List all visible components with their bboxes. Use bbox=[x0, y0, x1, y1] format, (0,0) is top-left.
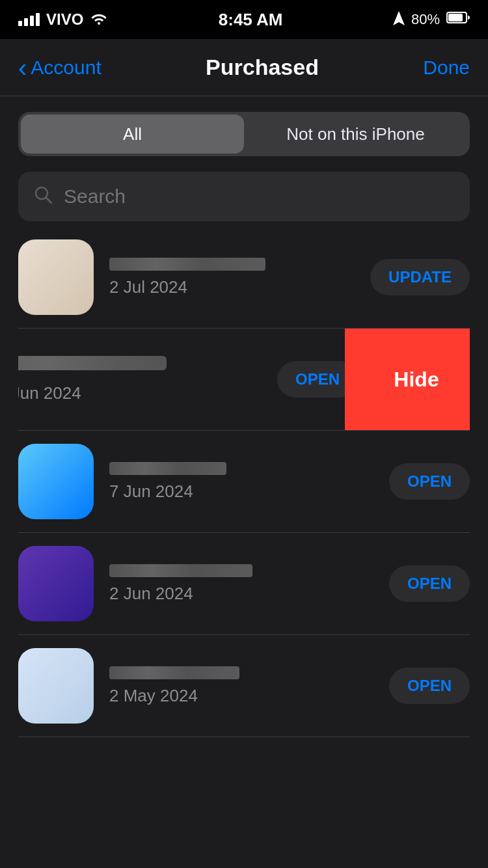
app-info-3: 7 Jun 2024 bbox=[109, 462, 373, 502]
signal-icon bbox=[18, 13, 40, 26]
app-date-4: 2 Jun 2024 bbox=[109, 584, 373, 604]
wifi-icon bbox=[90, 12, 108, 28]
nav-bar: ‹ Account Purchased Done bbox=[0, 39, 488, 96]
app-name-blur-5 bbox=[109, 666, 239, 679]
list-item: 2 Jul 2024 UPDATE bbox=[18, 226, 470, 329]
svg-line-3 bbox=[46, 198, 51, 203]
app-info-1: 2 Jul 2024 bbox=[109, 258, 355, 297]
search-icon bbox=[34, 185, 53, 208]
status-right: 80% bbox=[393, 11, 470, 29]
status-bar: VIVO 8:45 AM 80% bbox=[0, 0, 488, 39]
app-name-blur-2 bbox=[18, 356, 167, 370]
hide-label: Hide bbox=[394, 368, 439, 392]
location-icon bbox=[393, 11, 405, 29]
app-info-4: 2 Jun 2024 bbox=[109, 564, 373, 604]
main-content: All Not on this iPhone 2 Jul 2024 bbox=[0, 96, 488, 737]
search-input[interactable] bbox=[64, 185, 454, 208]
segment-not-on-iphone[interactable]: Not on this iPhone bbox=[244, 115, 467, 154]
svg-rect-1 bbox=[448, 14, 463, 21]
battery-icon bbox=[446, 11, 470, 28]
app-icon-4 bbox=[18, 546, 94, 621]
open-button-3[interactable]: OPEN bbox=[389, 463, 470, 500]
app-info-5: 2 May 2024 bbox=[109, 666, 373, 706]
page-title: Purchased bbox=[206, 55, 319, 80]
app-item-2: 7 Jun 2024 OPEN bbox=[18, 329, 358, 430]
list-item: 2 May 2024 OPEN bbox=[18, 635, 470, 737]
app-date-3: 7 Jun 2024 bbox=[109, 481, 373, 502]
carrier-label: VIVO bbox=[46, 10, 83, 29]
segment-control: All Not on this iPhone bbox=[18, 112, 470, 156]
battery-percent: 80% bbox=[411, 11, 440, 28]
app-date-2: 7 Jun 2024 bbox=[18, 383, 262, 403]
open-button-4[interactable]: OPEN bbox=[389, 565, 470, 602]
list-item: 7 Jun 2024 OPEN Hide bbox=[18, 329, 470, 431]
open-button-5[interactable]: OPEN bbox=[389, 668, 470, 704]
status-left: VIVO bbox=[18, 10, 108, 29]
app-icon-5 bbox=[18, 648, 94, 724]
app-icon-3 bbox=[18, 444, 94, 519]
app-icon-1 bbox=[18, 239, 94, 315]
back-button[interactable]: ‹ Account bbox=[18, 55, 102, 81]
update-button-1[interactable]: UPDATE bbox=[370, 259, 470, 295]
status-time: 8:45 AM bbox=[219, 10, 283, 30]
app-name-blur-1 bbox=[109, 258, 265, 271]
app-item-4: 2 Jun 2024 OPEN bbox=[18, 533, 470, 634]
app-date-1: 2 Jul 2024 bbox=[109, 277, 355, 297]
list-item: 2 Jun 2024 OPEN bbox=[18, 533, 470, 635]
chevron-left-icon: ‹ bbox=[18, 55, 27, 81]
done-button[interactable]: Done bbox=[423, 57, 470, 79]
app-date-5: 2 May 2024 bbox=[109, 686, 373, 706]
app-item-3: 7 Jun 2024 OPEN bbox=[18, 431, 470, 532]
app-name-blur-4 bbox=[109, 564, 252, 577]
segment-all[interactable]: All bbox=[21, 115, 244, 154]
back-label: Account bbox=[31, 57, 101, 79]
app-name-blur-3 bbox=[109, 462, 226, 475]
app-info-2: 7 Jun 2024 bbox=[18, 356, 262, 403]
app-item-5: 2 May 2024 OPEN bbox=[18, 635, 470, 737]
search-bar[interactable] bbox=[18, 172, 470, 221]
hide-button[interactable]: Hide bbox=[345, 329, 470, 430]
list-item: 7 Jun 2024 OPEN bbox=[18, 431, 470, 533]
app-item-1: 2 Jul 2024 UPDATE bbox=[18, 226, 470, 328]
app-list: 2 Jul 2024 UPDATE 7 Jun 2024 OPEN bbox=[18, 226, 470, 737]
